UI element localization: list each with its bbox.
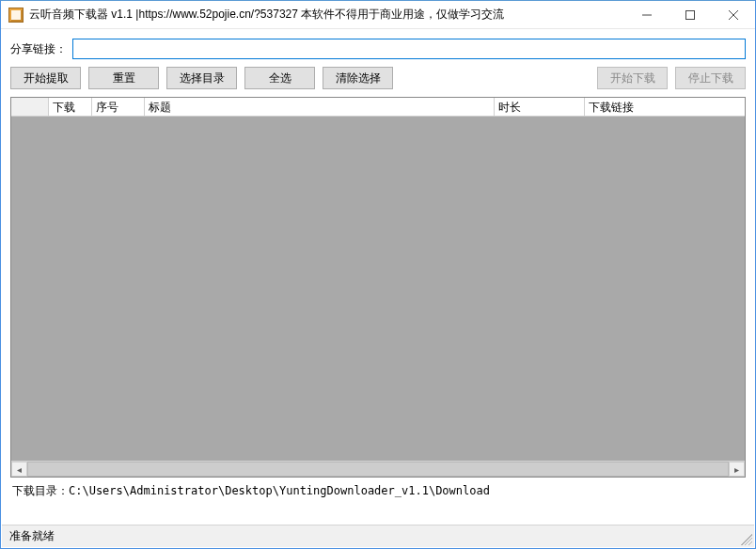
col-link[interactable]: 下载链接 <box>585 98 745 116</box>
status-bar: 准备就绪 <box>2 525 754 547</box>
status-text: 准备就绪 <box>9 528 55 544</box>
content-area: 分享链接： 开始提取 重置 选择目录 全选 清除选择 开始下载 停止下载 下载 … <box>1 29 755 509</box>
scroll-right-button[interactable]: ▸ <box>729 462 745 477</box>
start-download-button[interactable]: 开始下载 <box>597 67 668 89</box>
share-input[interactable] <box>72 39 746 59</box>
grid-header: 下载 序号 标题 时长 下载链接 <box>11 98 745 117</box>
data-grid[interactable]: 下载 序号 标题 时长 下载链接 ◂ ▸ <box>10 97 746 478</box>
close-button[interactable] <box>712 1 755 28</box>
extract-button[interactable]: 开始提取 <box>10 67 81 89</box>
col-index[interactable]: 序号 <box>92 98 145 116</box>
window-buttons <box>625 1 755 28</box>
col-rowheader[interactable] <box>11 98 49 116</box>
col-duration[interactable]: 时长 <box>495 98 585 116</box>
grid-body <box>11 117 745 461</box>
toolbar: 开始提取 重置 选择目录 全选 清除选择 开始下载 停止下载 <box>10 67 746 89</box>
share-row: 分享链接： <box>10 39 746 59</box>
clear-selection-button[interactable]: 清除选择 <box>323 67 393 89</box>
grid-hscrollbar[interactable]: ◂ ▸ <box>11 461 745 477</box>
col-title[interactable]: 标题 <box>145 98 495 116</box>
download-path-row: 下载目录：C:\Users\Administrator\Desktop\Yunt… <box>10 478 746 509</box>
resize-grip-icon[interactable] <box>741 534 752 545</box>
share-label: 分享链接： <box>10 41 67 57</box>
toolbar-spacer <box>401 67 590 89</box>
select-all-button[interactable]: 全选 <box>244 67 315 89</box>
window-title: 云听音频下载器 v1.1 |https://www.52pojie.cn/?53… <box>29 7 625 23</box>
maximize-button[interactable] <box>669 1 712 28</box>
choose-dir-button[interactable]: 选择目录 <box>166 67 237 89</box>
download-path-value: C:\Users\Administrator\Desktop\YuntingDo… <box>69 484 490 497</box>
scroll-track[interactable] <box>27 462 729 477</box>
scroll-left-button[interactable]: ◂ <box>11 462 27 477</box>
titlebar: 云听音频下载器 v1.1 |https://www.52pojie.cn/?53… <box>1 1 755 29</box>
col-download[interactable]: 下载 <box>49 98 92 116</box>
download-path-label: 下载目录： <box>12 484 69 497</box>
scroll-thumb[interactable] <box>27 462 729 477</box>
reset-button[interactable]: 重置 <box>88 67 159 89</box>
stop-download-button[interactable]: 停止下载 <box>675 67 746 89</box>
app-icon <box>8 8 24 23</box>
minimize-button[interactable] <box>625 1 669 28</box>
svg-rect-0 <box>686 10 695 19</box>
